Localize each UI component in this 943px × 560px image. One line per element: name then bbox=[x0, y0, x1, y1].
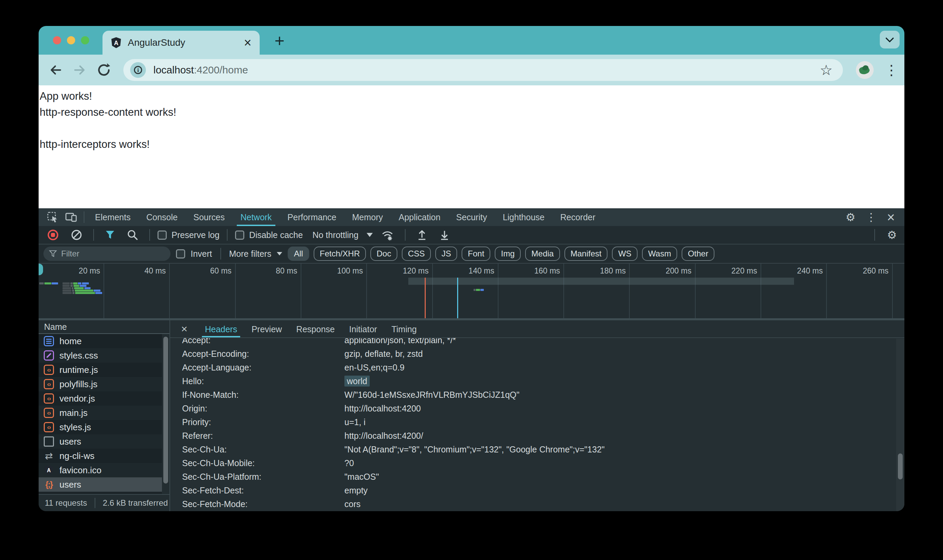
devtools-tab-application[interactable]: Application bbox=[391, 208, 448, 226]
chip-other[interactable]: Other bbox=[682, 246, 715, 261]
network-settings-icon[interactable]: ⚙ bbox=[887, 229, 897, 240]
filter-icon[interactable] bbox=[105, 230, 115, 240]
request-row-vendor-js[interactable]: ‹›vendor.js bbox=[39, 391, 169, 406]
devtools-settings-icon[interactable]: ⚙ bbox=[846, 212, 855, 223]
maximize-window-button[interactable] bbox=[81, 36, 89, 45]
header-value: en-US,en;q=0.9 bbox=[344, 363, 405, 372]
chip-img[interactable]: Img bbox=[495, 246, 521, 261]
devtools-tab-security[interactable]: Security bbox=[448, 208, 495, 226]
request-row-runtime-js[interactable]: ‹›runtime.js bbox=[39, 363, 169, 377]
header-row: Accept:application/json, text/plain, */* bbox=[170, 338, 904, 347]
chip-font[interactable]: Font bbox=[462, 246, 490, 261]
requests-scrollbar-thumb[interactable] bbox=[163, 337, 168, 483]
detail-tab-preview[interactable]: Preview bbox=[244, 320, 289, 337]
script-icon: ‹› bbox=[43, 408, 54, 418]
detail-scrollbar[interactable] bbox=[896, 339, 904, 511]
devtools-tab-console[interactable]: Console bbox=[139, 208, 185, 226]
network-conditions-icon[interactable] bbox=[381, 229, 394, 241]
clear-network-log-icon[interactable] bbox=[71, 229, 82, 241]
chip-ws[interactable]: WS bbox=[612, 246, 638, 261]
page-line: App works! bbox=[40, 88, 904, 104]
record-network-log-icon[interactable] bbox=[47, 229, 59, 241]
divider bbox=[405, 229, 405, 241]
browser-menu-icon[interactable]: ⋮ bbox=[884, 62, 898, 78]
ruler-label: 40 ms bbox=[145, 266, 169, 275]
chip-css[interactable]: CSS bbox=[402, 246, 431, 261]
reload-button[interactable] bbox=[97, 63, 111, 77]
request-row-favicon-ico[interactable]: Afavicon.ico bbox=[39, 463, 169, 477]
timeline-marker bbox=[425, 278, 426, 318]
devtools-close-icon[interactable]: × bbox=[887, 210, 895, 224]
request-row-home[interactable]: home bbox=[39, 334, 169, 348]
waterfall-bar bbox=[476, 289, 480, 291]
info-icon: i bbox=[134, 66, 142, 74]
address-bar[interactable]: i localhost:4200/home ☆ bbox=[123, 59, 843, 81]
tab-close-icon[interactable]: × bbox=[244, 36, 251, 49]
chip-fetch-xhr[interactable]: Fetch/XHR bbox=[314, 246, 366, 261]
new-tab-button[interactable]: + bbox=[270, 31, 290, 50]
browser-tab[interactable]: A AngularStudy × bbox=[103, 31, 260, 55]
devtools-menu-icon[interactable]: ⋮ bbox=[866, 212, 877, 223]
close-window-button[interactable] bbox=[53, 36, 61, 45]
detail-close-icon[interactable]: × bbox=[181, 323, 188, 334]
devtools-tab-memory[interactable]: Memory bbox=[344, 208, 390, 226]
request-row-users[interactable]: users bbox=[39, 434, 169, 449]
devtools-tab-recorder[interactable]: Recorder bbox=[553, 208, 603, 226]
header-row: Sec-Ch-Ua-Platform:"macOS" bbox=[170, 470, 904, 483]
profile-avatar[interactable] bbox=[856, 61, 874, 79]
more-filters-arrow-icon[interactable] bbox=[277, 252, 282, 255]
forward-button[interactable] bbox=[73, 63, 86, 77]
inspect-element-icon[interactable] bbox=[47, 211, 59, 223]
network-overview-timeline[interactable]: 20 ms40 ms60 ms80 ms100 ms120 ms140 ms16… bbox=[39, 264, 904, 320]
devtools-tabbar-right: ⚙ ⋮ × bbox=[846, 210, 895, 224]
minimize-window-button[interactable] bbox=[67, 36, 75, 45]
detail-tab-timing[interactable]: Timing bbox=[384, 320, 424, 337]
preserve-log-checkbox[interactable] bbox=[157, 231, 167, 240]
device-toolbar-icon[interactable] bbox=[65, 211, 77, 223]
overview-selection-band[interactable] bbox=[408, 278, 794, 285]
devtools-tab-sources[interactable]: Sources bbox=[185, 208, 233, 226]
chip-manifest[interactable]: Manifest bbox=[564, 246, 608, 261]
filter-input[interactable]: Filter bbox=[43, 246, 171, 261]
chip-media[interactable]: Media bbox=[525, 246, 560, 261]
devtools-tab-network[interactable]: Network bbox=[233, 208, 280, 226]
import-har-icon[interactable] bbox=[416, 229, 427, 241]
search-icon[interactable] bbox=[127, 229, 139, 241]
detail-tab-headers[interactable]: Headers bbox=[198, 320, 245, 337]
request-row-users[interactable]: {;}users bbox=[39, 477, 169, 492]
chip-js[interactable]: JS bbox=[435, 246, 457, 261]
throttling-dropdown-arrow-icon[interactable] bbox=[367, 233, 373, 237]
requests-scrollbar[interactable] bbox=[162, 334, 169, 494]
export-har-icon[interactable] bbox=[439, 229, 450, 241]
request-row-main-js[interactable]: ‹›main.js bbox=[39, 406, 169, 420]
devtools-tab-elements[interactable]: Elements bbox=[87, 208, 139, 226]
waterfall-bar bbox=[73, 282, 77, 285]
request-row-ng-cli-ws[interactable]: ⇄ng-cli-ws bbox=[39, 449, 169, 463]
disable-cache-checkbox[interactable] bbox=[235, 231, 244, 240]
filter-placeholder: Filter bbox=[61, 249, 79, 258]
name-column-header[interactable]: Name bbox=[39, 320, 169, 334]
throttling-select[interactable]: No throttling bbox=[312, 230, 358, 240]
detail-tab-response[interactable]: Response bbox=[289, 320, 342, 337]
chip-doc[interactable]: Doc bbox=[370, 246, 398, 261]
back-button[interactable] bbox=[49, 63, 63, 77]
divider bbox=[149, 229, 150, 241]
bookmark-star-icon[interactable]: ☆ bbox=[820, 62, 833, 78]
request-row-polyfills-js[interactable]: ‹›polyfills.js bbox=[39, 377, 169, 391]
request-row-styles-js[interactable]: ‹›styles.js bbox=[39, 420, 169, 434]
devtools-tab-performance[interactable]: Performance bbox=[279, 208, 344, 226]
chip-all[interactable]: All bbox=[288, 246, 309, 261]
chip-wasm[interactable]: Wasm bbox=[642, 246, 677, 261]
devtools-tab-lighthouse[interactable]: Lighthouse bbox=[495, 208, 552, 226]
header-value: "macOS" bbox=[344, 472, 379, 482]
detail-scrollbar-thumb[interactable] bbox=[898, 454, 903, 479]
overview-drag-handle[interactable] bbox=[39, 264, 43, 275]
detail-tab-initiator[interactable]: Initiator bbox=[342, 320, 384, 337]
site-info-button[interactable]: i bbox=[130, 62, 146, 78]
invert-checkbox[interactable] bbox=[176, 249, 185, 258]
header-row: Hello:world bbox=[170, 374, 904, 388]
request-row-styles-css[interactable]: styles.css bbox=[39, 348, 169, 363]
tab-search-button[interactable] bbox=[880, 31, 900, 48]
detail-tabs: HeadersPreviewResponseInitiatorTiming bbox=[198, 320, 424, 337]
more-filters-button[interactable]: More filters bbox=[229, 249, 272, 259]
